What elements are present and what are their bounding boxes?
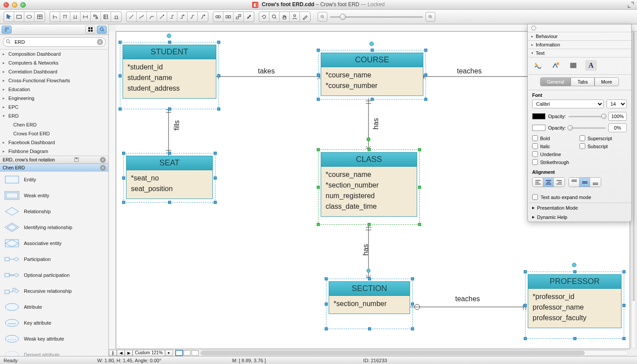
search-input[interactable] xyxy=(3,37,106,47)
tab-tabs[interactable]: Tabs xyxy=(571,77,594,86)
entity-professor[interactable]: PROFESSOR *professor_idprofessor_namepro… xyxy=(528,274,622,328)
rotation-handle[interactable] xyxy=(572,263,576,267)
page-thumb[interactable] xyxy=(192,350,199,356)
tool-h3[interactable] xyxy=(70,12,81,22)
rotation-handle[interactable] xyxy=(167,34,171,38)
search-toggle-icon[interactable] xyxy=(97,26,107,34)
check-italic[interactable]: Italic xyxy=(532,143,579,149)
nav-hand[interactable] xyxy=(280,12,290,22)
check-underline[interactable]: Underline xyxy=(532,151,579,157)
tree-subitem[interactable]: Chen ERD xyxy=(0,120,108,129)
tree-item[interactable]: ▸Engineering xyxy=(0,94,108,103)
tool-h6[interactable] xyxy=(101,12,111,22)
close-lib-icon[interactable]: × xyxy=(100,165,106,171)
bg-fill-icon[interactable] xyxy=(568,60,579,71)
panel-radio[interactable] xyxy=(528,24,631,32)
section-behaviour[interactable]: ▸Behaviour xyxy=(528,32,631,41)
section-dynhelp[interactable]: ▸Dynamic Help xyxy=(528,212,631,222)
valign-mid-icon[interactable] xyxy=(579,178,590,187)
tool-pointer[interactable] xyxy=(4,12,14,22)
shape-id-relationship[interactable]: Identifying relationship xyxy=(0,219,108,235)
zoom-icon[interactable] xyxy=(20,2,26,8)
tree-item[interactable]: ▸EPC xyxy=(0,103,108,111)
fill-opacity-slider[interactable] xyxy=(568,127,606,129)
highlight-icon[interactable] xyxy=(550,60,561,71)
entity-course[interactable]: COURSE *course_name*course_number xyxy=(321,53,423,96)
view-grid-icon[interactable] xyxy=(85,26,95,34)
conn-8[interactable] xyxy=(198,12,208,22)
tool-h5[interactable] xyxy=(91,12,101,22)
tool-rect[interactable] xyxy=(14,12,24,22)
shape-attribute[interactable]: Attribute xyxy=(0,299,108,315)
shape-relationship[interactable]: Relationship xyxy=(0,203,108,219)
hscroll-track[interactable] xyxy=(200,350,628,356)
zoom-knob[interactable] xyxy=(340,14,346,20)
shape-weak-key-attr[interactable]: Weak key attribute xyxy=(0,331,108,347)
shape-entity[interactable]: Entity xyxy=(0,172,108,188)
tree-item[interactable]: ▸Cross-Functional Flowcharts xyxy=(0,76,108,85)
chain-1[interactable] xyxy=(213,12,223,22)
zoom-menu-icon[interactable]: ▾ xyxy=(165,350,173,356)
nav-refresh[interactable] xyxy=(259,12,269,22)
shape-recursive[interactable]: Recursive relationship xyxy=(0,283,108,299)
zoom-out-icon[interactable] xyxy=(318,12,327,22)
zoom-in-icon[interactable] xyxy=(426,12,435,22)
fill-color-swatch[interactable] xyxy=(532,125,545,131)
page-thumb[interactable] xyxy=(184,350,191,356)
fullscreen-icon[interactable] xyxy=(627,1,634,8)
minimize-icon[interactable] xyxy=(12,2,17,8)
page-prev-icon[interactable]: ◀ xyxy=(117,350,125,356)
conn-7[interactable] xyxy=(188,12,198,22)
close-icon[interactable] xyxy=(4,2,9,8)
conn-5[interactable] xyxy=(167,12,177,22)
shape-weak-entity[interactable]: Weak entity xyxy=(0,188,108,203)
text-color-swatch[interactable] xyxy=(532,113,545,119)
tool-h2[interactable] xyxy=(60,12,70,22)
valign-bottom-icon[interactable] xyxy=(590,178,601,187)
save-lib-icon[interactable] xyxy=(74,157,80,163)
page-first-icon[interactable]: ∥ xyxy=(109,350,117,356)
section-presentation[interactable]: ▸Presentation Mode xyxy=(528,203,631,212)
underline-wave-icon[interactable] xyxy=(532,60,544,71)
page-thumb[interactable] xyxy=(176,350,183,356)
nav-person[interactable] xyxy=(290,12,300,22)
nav-edit[interactable] xyxy=(300,12,310,22)
check-sub[interactable]: Subscript xyxy=(579,143,627,149)
conn-3[interactable] xyxy=(147,12,157,22)
font-size-select[interactable]: 14 xyxy=(606,100,627,108)
tree-item[interactable]: ▸Composition Dashboard xyxy=(0,50,108,58)
bottom-scroll[interactable]: ∥ ◀ ▶ Custom 121% ▾ xyxy=(109,349,630,356)
text-opacity-slider[interactable] xyxy=(568,116,606,117)
shape-key-attr[interactable]: Key attribute xyxy=(0,315,108,331)
conn-1[interactable] xyxy=(127,12,137,22)
align-left-icon[interactable] xyxy=(533,178,543,187)
entity-student[interactable]: STUDENT *student_idstudent_namestudent_a… xyxy=(123,45,216,99)
zoom-slider[interactable] xyxy=(318,12,435,22)
section-information[interactable]: ▸Information xyxy=(528,41,631,49)
page-next-icon[interactable]: ▶ xyxy=(125,350,133,356)
rotation-handle[interactable] xyxy=(369,42,374,46)
tool-ellipse[interactable] xyxy=(24,12,35,22)
tool-h7[interactable] xyxy=(111,12,121,22)
align-center-icon[interactable] xyxy=(543,178,554,187)
check-strike[interactable]: Strikethrough xyxy=(532,159,579,165)
vscroll-thumb[interactable] xyxy=(633,32,635,301)
lib-section-chen[interactable]: Chen ERD × xyxy=(0,164,108,172)
fill-opacity-value[interactable] xyxy=(608,123,627,132)
tool-h4[interactable] xyxy=(81,12,91,22)
clear-search-icon[interactable]: × xyxy=(97,39,103,45)
hscroll-thumb[interactable] xyxy=(201,351,585,355)
text-opacity-value[interactable] xyxy=(608,112,627,121)
tree-item[interactable]: ▸Computers & Networks xyxy=(0,58,108,67)
tree-item[interactable]: ▸Facebook Dashboard xyxy=(0,138,108,147)
check-bold[interactable]: Bold xyxy=(532,135,579,141)
tab-general[interactable]: General xyxy=(540,77,571,86)
close-lib-icon[interactable]: × xyxy=(100,157,106,163)
chain-4[interactable] xyxy=(244,12,254,22)
conn-2[interactable] xyxy=(137,12,147,22)
tree-item[interactable]: ▸Education xyxy=(0,85,108,94)
valign-top-icon[interactable] xyxy=(569,178,579,187)
tree-item[interactable]: ▸Correlation Dashboard xyxy=(0,67,108,76)
entity-class[interactable]: CLASS *course_name*section_numbernum_reg… xyxy=(321,152,417,217)
shape-opt-participation[interactable]: Optional participation xyxy=(0,267,108,283)
